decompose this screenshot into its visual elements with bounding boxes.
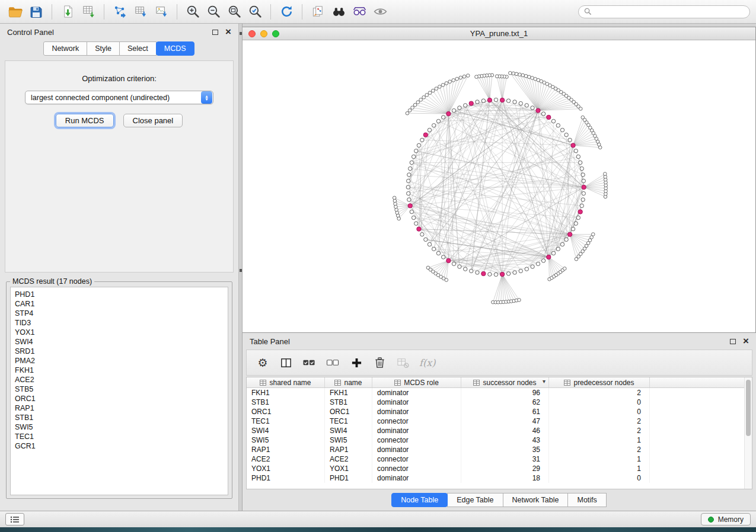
deselect-all-button[interactable] — [326, 355, 340, 370]
delete-button[interactable] — [373, 355, 386, 370]
cell-name[interactable]: SWI5 — [325, 435, 372, 445]
table-row[interactable]: SWI4SWI4dominator462 — [247, 426, 752, 435]
export-table-button[interactable] — [131, 2, 150, 21]
cell-shared_name[interactable]: SWI5 — [247, 435, 325, 445]
cell-shared_name[interactable]: YOX1 — [247, 464, 325, 473]
control-tab-style[interactable]: Style — [87, 41, 120, 56]
cell-successor_nodes[interactable]: 29 — [461, 464, 549, 473]
cell-name[interactable]: FKH1 — [325, 388, 372, 398]
table-row[interactable]: TEC1TEC1connector472 — [247, 416, 752, 426]
close-panel-icon[interactable]: × — [743, 338, 749, 345]
panel-splitter[interactable] — [238, 24, 243, 511]
clone-network-button[interactable] — [308, 2, 327, 21]
mcds-result-item[interactable]: GCR1 — [15, 441, 224, 451]
cell-successor_nodes[interactable]: 18 — [461, 473, 549, 483]
mcds-result-list[interactable]: PHD1CAR1STP4TID3YOX1SWI4SRD1PMA2FKH1ACE2… — [10, 287, 228, 495]
control-tab-mcds[interactable]: MCDS — [156, 41, 194, 56]
cell-shared_name[interactable]: SWI4 — [247, 426, 325, 435]
cell-name[interactable]: YOX1 — [325, 464, 372, 473]
show-hide-graphics-button[interactable] — [371, 2, 390, 21]
cell-successor_nodes[interactable]: 62 — [461, 398, 549, 407]
splitter-handle[interactable] — [240, 32, 242, 35]
cell-predecessor_nodes[interactable]: 1 — [549, 454, 650, 464]
cell-successor_nodes[interactable]: 31 — [461, 454, 549, 464]
mcds-result-item[interactable]: CAR1 — [15, 299, 224, 309]
select-all-button[interactable] — [302, 355, 316, 370]
close-window-icon[interactable] — [248, 30, 256, 37]
mcds-result-item[interactable]: SWI4 — [15, 337, 224, 347]
cell-mcds_role[interactable]: dominator — [372, 388, 461, 398]
cell-predecessor_nodes[interactable]: 0 — [549, 473, 650, 483]
table-tab-edge-table[interactable]: Edge Table — [447, 493, 503, 507]
zoom-selected-button[interactable] — [245, 2, 264, 21]
cell-successor_nodes[interactable]: 35 — [461, 445, 549, 454]
import-network-file-button[interactable] — [58, 2, 77, 21]
cell-name[interactable]: TEC1 — [325, 416, 372, 426]
cell-successor_nodes[interactable]: 46 — [461, 426, 549, 435]
table-row[interactable]: STB1STB1dominator620 — [247, 398, 752, 407]
table-row[interactable]: PHD1PHD1dominator180 — [247, 473, 752, 483]
mcds-result-item[interactable]: PMA2 — [15, 356, 224, 366]
cell-successor_nodes[interactable]: 61 — [461, 407, 549, 416]
table-row[interactable]: SWI5SWI5connector431 — [247, 435, 752, 445]
cell-shared_name[interactable]: RAP1 — [247, 445, 325, 454]
run-mcds-button[interactable]: Run MCDS — [56, 114, 114, 127]
mcds-result-item[interactable]: ACE2 — [15, 375, 224, 384]
control-tab-network[interactable]: Network — [43, 41, 87, 56]
cell-mcds_role[interactable]: dominator — [372, 426, 461, 435]
export-image-button[interactable] — [152, 2, 171, 21]
toggle-graphics-details-button[interactable] — [350, 2, 369, 21]
table-scrollbar[interactable] — [744, 377, 752, 489]
cell-name[interactable]: SWI4 — [325, 426, 372, 435]
cell-shared_name[interactable]: ACE2 — [247, 454, 325, 464]
control-tab-select[interactable]: Select — [119, 41, 157, 56]
cell-predecessor_nodes[interactable]: 1 — [549, 435, 650, 445]
cell-name[interactable]: STB1 — [325, 398, 372, 407]
cell-successor_nodes[interactable]: 96 — [461, 388, 549, 398]
mcds-result-item[interactable]: SWI5 — [15, 422, 224, 432]
table-row[interactable]: ACE2ACE2connector311 — [247, 454, 752, 464]
network-window-titlebar[interactable]: YPA_prune.txt_1 — [243, 27, 755, 40]
mcds-result-item[interactable]: TEC1 — [15, 432, 224, 441]
cell-predecessor_nodes[interactable]: 0 — [549, 398, 650, 407]
cell-predecessor_nodes[interactable]: 1 — [549, 464, 650, 473]
cell-mcds_role[interactable]: dominator — [372, 398, 461, 407]
cell-successor_nodes[interactable]: 47 — [461, 416, 549, 426]
cell-predecessor_nodes[interactable]: 2 — [549, 445, 650, 454]
mcds-result-item[interactable]: STP4 — [15, 309, 224, 318]
add-button[interactable] — [350, 355, 363, 370]
column-header-successor_nodes[interactable]: successor nodes▾ — [461, 377, 549, 387]
mcds-result-item[interactable]: STB1 — [15, 413, 224, 422]
cell-name[interactable]: ORC1 — [325, 407, 372, 416]
mcds-result-item[interactable]: FKH1 — [15, 366, 224, 375]
maximize-window-icon[interactable] — [272, 30, 279, 37]
mcds-result-item[interactable]: PHD1 — [15, 290, 224, 299]
cell-successor_nodes[interactable]: 43 — [461, 435, 549, 445]
close-panel-icon[interactable]: × — [225, 28, 231, 36]
cell-shared_name[interactable]: PHD1 — [247, 473, 325, 483]
zoom-fit-button[interactable] — [225, 2, 244, 21]
cell-name[interactable]: RAP1 — [325, 445, 372, 454]
search-box[interactable] — [578, 5, 750, 18]
cell-shared_name[interactable]: STB1 — [247, 398, 325, 407]
cell-predecessor_nodes[interactable]: 2 — [549, 388, 650, 398]
refresh-button[interactable] — [277, 2, 296, 21]
table-row[interactable]: RAP1RAP1dominator352 — [247, 445, 752, 454]
export-network-button[interactable] — [110, 2, 129, 21]
cell-mcds_role[interactable]: dominator — [372, 473, 461, 483]
network-canvas[interactable] — [243, 40, 755, 332]
minimize-window-icon[interactable] — [260, 30, 267, 37]
zoom-in-button[interactable] — [183, 2, 202, 21]
mcds-result-item[interactable]: YOX1 — [15, 328, 224, 337]
mcds-result-item[interactable]: RAP1 — [15, 403, 224, 413]
table-tab-network-table[interactable]: Network Table — [503, 493, 569, 507]
save-session-button[interactable] — [27, 2, 46, 21]
task-history-button[interactable] — [5, 513, 24, 525]
open-session-button[interactable] — [6, 2, 25, 21]
cell-mcds_role[interactable]: connector — [372, 454, 461, 464]
import-table-file-button[interactable] — [79, 2, 98, 21]
table-row[interactable]: YOX1YOX1connector291 — [247, 464, 752, 473]
column-header-shared_name[interactable]: shared name — [247, 377, 325, 387]
mcds-result-item[interactable]: STB5 — [15, 384, 224, 394]
find-button[interactable] — [329, 2, 348, 21]
